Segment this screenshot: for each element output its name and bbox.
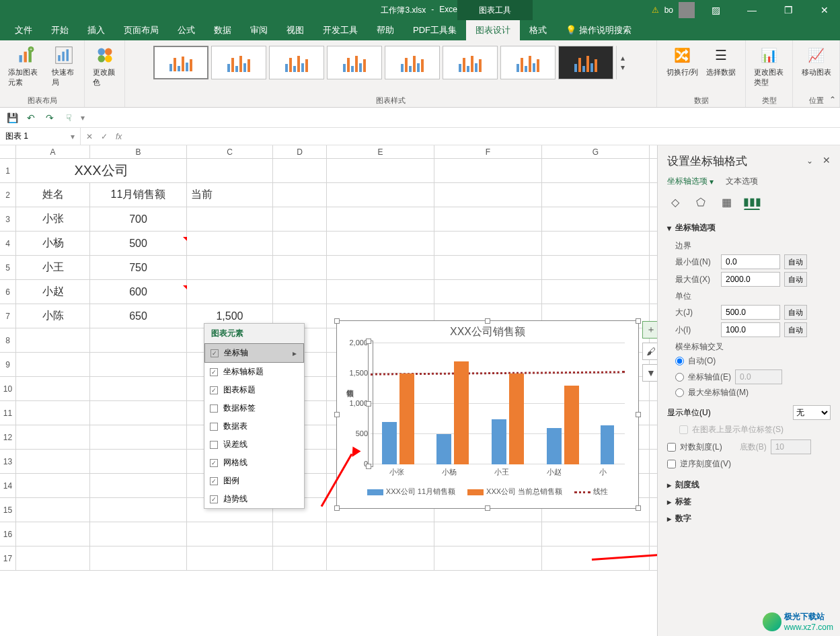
cell-h3[interactable]: 当前 [187, 183, 273, 207]
cell[interactable] [434, 280, 542, 304]
cell[interactable]: 700 [90, 207, 187, 231]
change-colors-button[interactable]: 更改颜色 [90, 43, 119, 89]
display-units-select[interactable]: 无 [793, 405, 831, 420]
cell[interactable] [327, 256, 434, 279]
chart-styles-more[interactable]: ▴▾ [616, 46, 628, 79]
menu-item-数据标签[interactable]: 数据标签 [204, 399, 304, 417]
col-A[interactable]: A [16, 145, 90, 158]
cell[interactable] [187, 256, 273, 279]
minor-unit-input[interactable] [721, 322, 780, 337]
cell[interactable]: 小赵 [16, 280, 90, 304]
major-auto-button[interactable]: 自动 [784, 305, 807, 320]
add-chart-element-button[interactable]: + 添加图表元素 [5, 43, 46, 89]
row-14[interactable]: 14 [0, 474, 16, 498]
chart-legend[interactable]: XXX公司 11月销售额 XXX公司 当前总销售额 线性 [337, 487, 638, 497]
cell[interactable]: 750 [90, 256, 187, 279]
cell-h2[interactable]: 11月销售额 [90, 183, 187, 207]
pane-options-icon[interactable]: ⌄ [806, 156, 813, 166]
window-restore[interactable]: ❐ [773, 0, 804, 20]
max-auto-button[interactable]: 自动 [784, 272, 807, 287]
tab-review[interactable]: 审阅 [241, 20, 277, 40]
fill-line-icon[interactable]: ◇ [667, 194, 683, 210]
tab-chart-design[interactable]: 图表设计 [466, 20, 520, 40]
bar-group[interactable] [381, 374, 415, 464]
tab-data[interactable]: 数据 [204, 20, 241, 40]
tick-marks-section[interactable]: ▸刻度线 [667, 476, 831, 493]
axis-options-section[interactable]: ▾坐标轴选项 [667, 219, 831, 236]
cell[interactable] [327, 207, 434, 231]
chart-style-1[interactable] [153, 46, 208, 79]
chart-style-6[interactable] [443, 46, 498, 79]
menu-item-网格线[interactable]: ✓网格线 [204, 454, 304, 472]
undo-button[interactable]: ↶ [24, 111, 38, 125]
menu-item-趋势线[interactable]: ✓趋势线 [204, 490, 304, 508]
bar-group[interactable] [436, 361, 469, 464]
row-5[interactable]: 5 [0, 256, 16, 280]
cell[interactable]: 小杨 [16, 232, 90, 255]
window-minimize[interactable]: — [736, 0, 767, 20]
tab-formula[interactable]: 公式 [168, 20, 204, 40]
redo-button[interactable]: ↷ [43, 111, 56, 125]
row-11[interactable]: 11 [0, 401, 16, 425]
tab-dev[interactable]: 开发工具 [313, 20, 367, 40]
chart-style-3[interactable] [269, 46, 324, 79]
col-C[interactable]: C [187, 145, 273, 158]
chart-style-5[interactable] [385, 46, 440, 79]
row-16[interactable]: 16 [0, 522, 16, 546]
cell[interactable] [434, 256, 542, 279]
ribbon-display-options[interactable]: ▨ [700, 0, 731, 20]
cell[interactable] [273, 232, 327, 255]
tab-pdf[interactable]: PDF工具集 [404, 20, 466, 40]
sheet-area[interactable]: A B C D E F G 1234567891011121314151617 … [0, 145, 657, 636]
cell[interactable] [187, 207, 273, 231]
row-15[interactable]: 15 [0, 498, 16, 522]
menu-item-图表标题[interactable]: ✓图表标题 [204, 381, 304, 399]
cell[interactable]: 小王 [16, 256, 90, 279]
window-close[interactable]: ✕ [809, 0, 840, 20]
select-all-corner[interactable] [0, 145, 16, 158]
cell[interactable] [273, 207, 327, 231]
cell[interactable] [542, 232, 650, 255]
tab-format[interactable]: 格式 [520, 20, 556, 40]
menu-item-数据表[interactable]: 数据表 [204, 417, 304, 435]
confirm-icon[interactable]: ✓ [101, 132, 108, 141]
menu-item-坐标轴[interactable]: ✓坐标轴▸ [204, 343, 304, 363]
effects-icon[interactable]: ⬠ [693, 194, 709, 210]
cell[interactable] [187, 232, 273, 255]
col-G[interactable]: G [542, 145, 650, 158]
menu-item-误差线[interactable]: 误差线 [204, 435, 304, 454]
cell[interactable] [542, 256, 650, 279]
cell-title[interactable]: XXX公司 [16, 159, 187, 182]
cross-max-radio[interactable]: 最大坐标轴值(M) [675, 387, 831, 398]
bar-group[interactable] [491, 374, 525, 464]
menu-item-坐标轴标题[interactable]: ✓坐标轴标题 [204, 363, 304, 381]
cell[interactable] [542, 207, 650, 231]
log-scale-checkbox[interactable]: 对数刻度(L)底数(B) [667, 439, 831, 454]
select-data-button[interactable]: ☰选择数据 [703, 43, 738, 79]
row-4[interactable]: 4 [0, 232, 16, 256]
tab-insert[interactable]: 插入 [78, 20, 114, 40]
cross-auto-radio[interactable]: 自动(O) [675, 355, 831, 367]
switch-row-col-button[interactable]: 🔀切换行/列 [664, 43, 701, 79]
row-8[interactable]: 8 [0, 328, 16, 353]
tab-help[interactable]: 帮助 [367, 20, 404, 40]
text-options-tab[interactable]: 文本选项 [726, 176, 758, 187]
cell[interactable] [434, 232, 542, 255]
row-1[interactable]: 1 [0, 159, 16, 183]
embedded-chart[interactable]: ＋ 🖌 ▼ XXX公司销售额 销售额 05001,0001,5002,000 小… [336, 320, 639, 509]
chart-style-2[interactable] [211, 46, 266, 79]
col-E[interactable]: E [327, 145, 434, 158]
cell[interactable] [187, 280, 273, 304]
cancel-icon[interactable]: ✕ [86, 132, 93, 141]
bar-group[interactable] [546, 386, 580, 464]
cell-h1[interactable]: 姓名 [16, 183, 90, 207]
min-value-input[interactable] [721, 254, 780, 269]
tab-layout[interactable]: 页面布局 [114, 20, 168, 40]
labels-section[interactable]: ▸标签 [667, 493, 831, 510]
tab-tellme[interactable]: 💡操作说明搜索 [556, 20, 641, 40]
chart-elements-button[interactable]: ＋ [642, 321, 657, 339]
row-10[interactable]: 10 [0, 377, 16, 401]
collapse-ribbon-icon[interactable]: ⌃ [829, 95, 836, 104]
axis-options-icon[interactable]: ▮▮▮ [744, 194, 760, 210]
move-chart-button[interactable]: 📈移动图表 [799, 43, 834, 79]
